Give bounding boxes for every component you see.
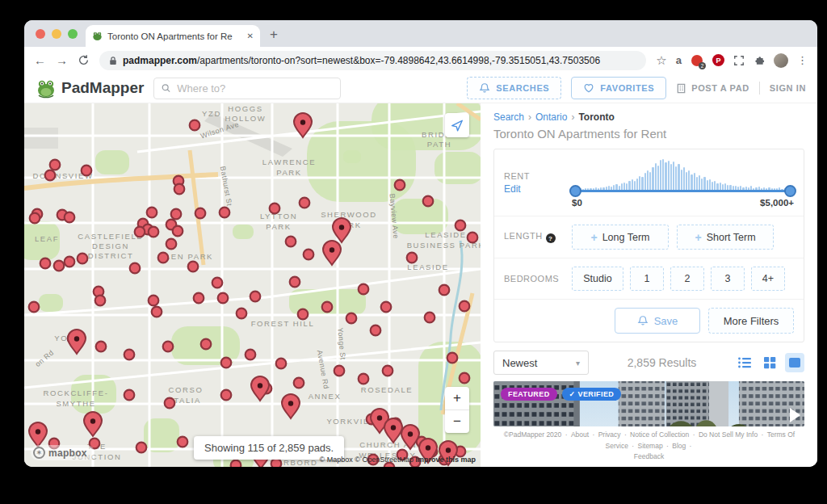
- map-pin[interactable]: [135, 227, 145, 237]
- footer-link[interactable]: About: [571, 430, 589, 439]
- map-pin[interactable]: [359, 374, 369, 384]
- footer-link-feedback[interactable]: Feedback: [634, 452, 664, 460]
- map-pin[interactable]: [188, 262, 199, 272]
- map-pin[interactable]: [381, 302, 392, 313]
- listing-card[interactable]: FEATURED ✓VERIFIED: [493, 381, 804, 426]
- map-pin[interactable]: [54, 261, 65, 271]
- grid-view-button[interactable]: [760, 353, 779, 372]
- zoom-out-button[interactable]: −: [445, 410, 469, 433]
- bedroom-option-1[interactable]: 1: [630, 267, 664, 291]
- map-pin[interactable]: [194, 293, 204, 304]
- profile-avatar[interactable]: [774, 53, 788, 68]
- map-pin[interactable]: [371, 326, 381, 336]
- map-pin[interactable]: [30, 213, 40, 224]
- map-pin[interactable]: [221, 358, 232, 368]
- map-pin[interactable]: [304, 250, 314, 260]
- map-pin[interactable]: [460, 301, 470, 312]
- map-pin[interactable]: [218, 293, 229, 304]
- location-search[interactable]: [153, 78, 341, 99]
- map-pin[interactable]: [395, 180, 405, 191]
- card-view-button[interactable]: [785, 353, 804, 372]
- map-pin[interactable]: [270, 204, 280, 214]
- map-pin[interactable]: [221, 390, 232, 401]
- map-pin[interactable]: [195, 208, 206, 219]
- map-pin[interactable]: [359, 284, 369, 295]
- padmapper-logo[interactable]: PadMapper: [36, 78, 144, 99]
- breadcrumb-item-ontario[interactable]: Ontario: [535, 111, 567, 123]
- pinterest-extension-icon[interactable]: P: [712, 54, 724, 66]
- bookmark-star-icon[interactable]: ☆: [656, 53, 666, 68]
- map-pin[interactable]: [82, 166, 92, 176]
- sign-in-button[interactable]: SIGN IN: [770, 83, 806, 93]
- map-pin[interactable]: [346, 313, 357, 324]
- map-pin[interactable]: [130, 263, 141, 274]
- rent-max-handle[interactable]: [784, 185, 796, 197]
- map-pin[interactable]: [220, 208, 230, 218]
- tab-close-icon[interactable]: ✕: [247, 32, 254, 40]
- address-field[interactable]: padmapper.com/apartments/toronto-on?sort…: [99, 51, 646, 70]
- map-pin[interactable]: [165, 398, 175, 409]
- searches-button[interactable]: SEARCHES: [467, 77, 561, 99]
- mapbox-logo[interactable]: ✶ mapbox: [31, 445, 94, 460]
- map-pin[interactable]: [468, 233, 478, 243]
- map-pin[interactable]: [29, 302, 40, 313]
- browser-tab[interactable]: Toronto ON Apartments for Re ✕: [86, 25, 260, 47]
- adblock-extension-icon[interactable]: 2: [691, 54, 703, 67]
- capture-extension-icon[interactable]: [733, 55, 745, 66]
- map-pin[interactable]: [334, 366, 345, 376]
- save-search-button[interactable]: Save: [615, 308, 700, 334]
- map-pin[interactable]: [173, 226, 183, 237]
- map-pin[interactable]: [78, 254, 88, 264]
- breadcrumb-item-toronto[interactable]: Toronto: [578, 111, 614, 123]
- map-pin[interactable]: [237, 309, 247, 319]
- map-pin[interactable]: [286, 237, 296, 247]
- map-pin[interactable]: [40, 258, 51, 269]
- back-icon[interactable]: ←: [34, 53, 46, 67]
- post-a-pad-button[interactable]: POST A PAD: [676, 83, 749, 94]
- map-pin[interactable]: [298, 309, 309, 320]
- extensions-puzzle-icon[interactable]: [754, 55, 765, 66]
- maximize-window-button[interactable]: [68, 29, 78, 39]
- map-pin[interactable]: [65, 257, 75, 267]
- map-pin[interactable]: [294, 378, 304, 388]
- close-window-button[interactable]: [36, 29, 45, 39]
- map-pin[interactable]: [45, 170, 56, 181]
- bedroom-option-studio[interactable]: Studio: [572, 267, 623, 291]
- map-pin[interactable]: [178, 437, 188, 447]
- sort-dropdown[interactable]: Newest ▾: [493, 351, 589, 375]
- map-pin[interactable]: [455, 220, 466, 231]
- length-help-icon[interactable]: ?: [546, 233, 556, 243]
- favorites-button[interactable]: FAVORITES: [571, 77, 666, 99]
- rent-range-slider[interactable]: [572, 190, 794, 192]
- map-pin[interactable]: [271, 459, 282, 467]
- map-pin[interactable]: [447, 353, 458, 363]
- refresh-icon[interactable]: [78, 54, 90, 66]
- map-pin[interactable]: [50, 160, 61, 170]
- map-pin[interactable]: [407, 253, 418, 263]
- osm-attribution-link[interactable]: © OpenStreetMap: [355, 456, 414, 464]
- map-pin[interactable]: [231, 460, 241, 467]
- map-pin[interactable]: [300, 198, 310, 208]
- map-pin[interactable]: [250, 292, 261, 302]
- mapbox-attribution-link[interactable]: © Mapbox: [320, 456, 353, 464]
- short-term-button[interactable]: + Short Term: [677, 225, 774, 250]
- rent-edit-link[interactable]: Edit: [504, 183, 572, 195]
- footer-link[interactable]: Sitemap: [637, 442, 662, 450]
- bedroom-option-3[interactable]: 3: [711, 267, 745, 291]
- map-pin[interactable]: [124, 390, 135, 401]
- zoom-in-button[interactable]: +: [445, 387, 469, 410]
- next-photo-arrow[interactable]: [790, 408, 800, 422]
- list-view-button[interactable]: [735, 353, 754, 372]
- map-pin[interactable]: [425, 313, 435, 323]
- forward-icon[interactable]: →: [56, 53, 68, 67]
- map-pin[interactable]: [460, 373, 470, 384]
- browser-menu-icon[interactable]: ⋮: [797, 54, 808, 66]
- map-pin[interactable]: [166, 239, 177, 250]
- map-pin[interactable]: [201, 339, 212, 350]
- amazon-extension-icon[interactable]: a: [676, 54, 682, 66]
- footer-link[interactable]: Do Not Sell My Info: [699, 430, 758, 439]
- locate-me-button[interactable]: [445, 113, 469, 137]
- map-pin[interactable]: [246, 350, 256, 360]
- map-pin[interactable]: [190, 120, 200, 131]
- map-pin[interactable]: [212, 278, 223, 288]
